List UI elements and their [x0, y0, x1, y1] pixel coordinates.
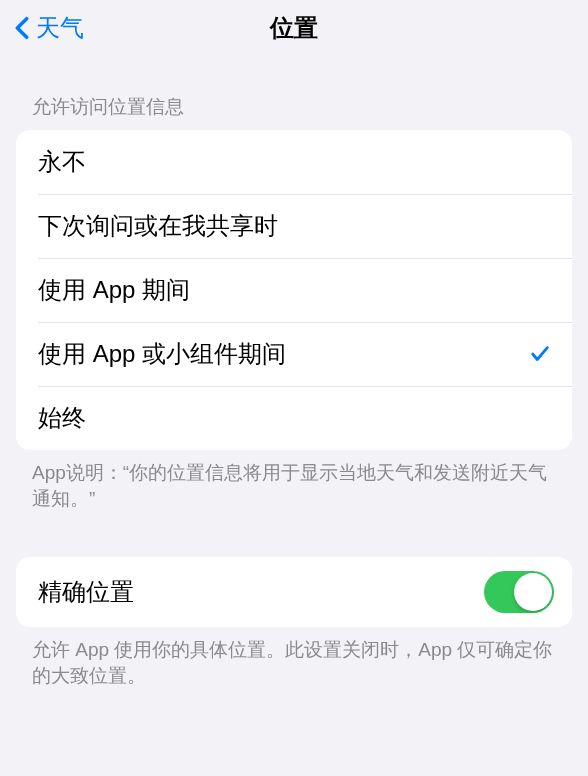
option-label: 使用 App 期间: [38, 274, 190, 306]
page-title: 位置: [270, 12, 318, 44]
precise-location-group: 精确位置: [16, 557, 572, 627]
section-footer-precise-location: 允许 App 使用你的具体位置。此设置关闭时，App 仅可确定你的大致位置。: [0, 627, 588, 688]
option-never[interactable]: 永不: [16, 130, 572, 194]
option-label: 永不: [38, 146, 86, 178]
option-label: 使用 App 或小组件期间: [38, 338, 286, 370]
precise-location-label: 精确位置: [38, 576, 134, 608]
back-button[interactable]: 天气: [8, 8, 88, 48]
option-while-using-app[interactable]: 使用 App 期间: [16, 258, 572, 322]
option-label: 始终: [38, 402, 86, 434]
back-label: 天气: [36, 12, 84, 44]
toggle-knob: [514, 573, 552, 611]
location-access-options-group: 永不 下次询问或在我共享时 使用 App 期间 使用 App 或小组件期间 始终: [16, 130, 572, 450]
option-ask-next-time[interactable]: 下次询问或在我共享时: [16, 194, 572, 258]
precise-location-row[interactable]: 精确位置: [16, 557, 572, 627]
section-spacer: [0, 511, 588, 557]
section-footer-app-explanation: App说明：“你的位置信息将用于显示当地天气和发送附近天气通知。”: [0, 450, 588, 511]
option-always[interactable]: 始终: [16, 386, 572, 450]
section-header-location-access: 允许访问位置信息: [0, 56, 588, 130]
option-while-using-app-or-widgets[interactable]: 使用 App 或小组件期间: [16, 322, 572, 386]
checkmark-icon: [528, 342, 552, 366]
precise-location-toggle[interactable]: [484, 571, 554, 613]
chevron-left-icon: [12, 14, 32, 42]
option-label: 下次询问或在我共享时: [38, 210, 278, 242]
navigation-bar: 天气 位置: [0, 0, 588, 56]
